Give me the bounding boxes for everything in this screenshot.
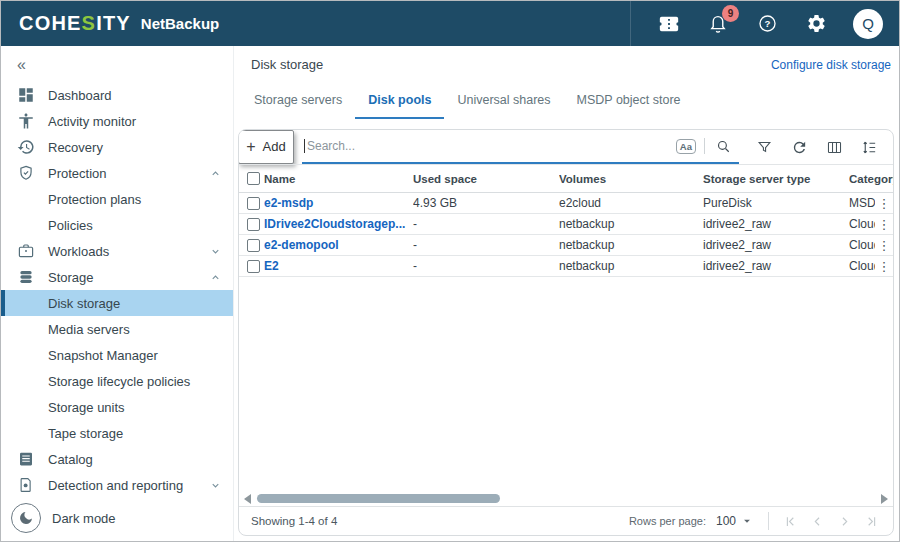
disk-pool-link[interactable]: IDrivee2Cloudstoragep... bbox=[264, 217, 405, 231]
columns-button[interactable] bbox=[824, 137, 844, 157]
column-header-volumes[interactable]: Volumes bbox=[559, 173, 703, 185]
sidebar-item-recovery[interactable]: Recovery bbox=[1, 134, 233, 160]
column-header-name[interactable]: Name bbox=[264, 173, 413, 185]
sidebar-item-media-servers[interactable]: Media servers bbox=[1, 316, 233, 342]
sidebar-item-disk-storage[interactable]: Disk storage bbox=[1, 290, 233, 316]
sidebar-item-label: Dashboard bbox=[48, 88, 112, 103]
sidebar-item-dashboard[interactable]: Dashboard bbox=[1, 82, 233, 108]
table-empty-space bbox=[239, 277, 893, 491]
sidebar-item-label: Activity monitor bbox=[48, 114, 136, 129]
notifications-button[interactable]: 9 bbox=[706, 12, 730, 36]
add-button-label: Add bbox=[263, 139, 286, 154]
refresh-icon bbox=[791, 139, 808, 156]
filter-button[interactable] bbox=[754, 137, 774, 157]
tab-storage-servers[interactable]: Storage servers bbox=[241, 93, 355, 119]
sidebar-item-workloads[interactable]: Workloads bbox=[1, 238, 233, 264]
last-page-button[interactable] bbox=[858, 511, 885, 531]
disk-pools-card: + Add Aa bbox=[238, 129, 894, 536]
scroll-right-arrow[interactable] bbox=[881, 494, 888, 504]
dark-mode-toggle[interactable]: Dark mode bbox=[11, 503, 116, 533]
first-page-button[interactable] bbox=[777, 511, 804, 531]
sidebar-item-snapshot-manager[interactable]: Snapshot Manager bbox=[1, 342, 233, 368]
sidebar-item-label: Workloads bbox=[48, 244, 109, 259]
dropdown-caret-icon[interactable] bbox=[740, 514, 754, 528]
table-row: e2-demopool - netbackup idrivee2_raw Clo… bbox=[239, 235, 893, 256]
density-button[interactable] bbox=[859, 137, 879, 157]
refresh-button[interactable] bbox=[789, 137, 809, 157]
license-ticket-icon[interactable] bbox=[657, 12, 681, 36]
cell-category: Cloud bbox=[849, 259, 875, 273]
disk-pool-link[interactable]: e2-msdp bbox=[264, 196, 313, 210]
table-row: E2 - netbackup idrivee2_raw Cloud ⋮ bbox=[239, 256, 893, 277]
sidebar-item-label: Protection plans bbox=[48, 192, 141, 207]
filter-funnel-icon bbox=[756, 139, 773, 156]
select-all-checkbox[interactable] bbox=[247, 172, 260, 185]
sidebar-item-activity-monitor[interactable]: Activity monitor bbox=[1, 108, 233, 134]
row-actions-kebab[interactable]: ⋮ bbox=[875, 239, 893, 252]
user-avatar[interactable]: Q bbox=[853, 9, 883, 39]
scrollbar-track[interactable] bbox=[255, 494, 877, 503]
sidebar-item-storage[interactable]: Storage bbox=[1, 264, 233, 290]
tab-universal-shares[interactable]: Universal shares bbox=[444, 93, 563, 119]
column-header-used-space[interactable]: Used space bbox=[413, 173, 559, 185]
scrollbar-thumb[interactable] bbox=[257, 494, 500, 503]
chevron-up-icon bbox=[210, 168, 221, 179]
tab-msdp-object-store[interactable]: MSDP object store bbox=[564, 93, 694, 119]
brand-logo: COHESITY NetBackup bbox=[19, 12, 219, 35]
row-checkbox[interactable] bbox=[247, 239, 260, 252]
chevron-down-icon bbox=[210, 246, 221, 257]
logo-text-suffix: ITY bbox=[96, 12, 131, 34]
sidebar-item-storage-lifecycle-policies[interactable]: Storage lifecycle policies bbox=[1, 368, 233, 394]
activity-monitor-icon bbox=[17, 112, 35, 130]
storage-database-icon bbox=[17, 268, 35, 286]
cell-volumes: netbackup bbox=[559, 217, 703, 231]
sidebar-item-protection-plans[interactable]: Protection plans bbox=[1, 186, 233, 212]
cell-volumes: netbackup bbox=[559, 238, 703, 252]
horizontal-scrollbar bbox=[239, 491, 893, 506]
sidebar-item-label: Storage lifecycle policies bbox=[48, 374, 190, 389]
next-page-button[interactable] bbox=[831, 511, 858, 531]
top-header: COHESITY NetBackup 9 ? Q bbox=[1, 1, 899, 46]
disk-pool-link[interactable]: E2 bbox=[264, 259, 279, 273]
sidebar-item-label: Catalog bbox=[48, 452, 93, 467]
rows-per-page-select[interactable]: 100 bbox=[716, 514, 736, 528]
sidebar-item-label: Tape storage bbox=[48, 426, 123, 441]
row-actions-kebab[interactable]: ⋮ bbox=[875, 218, 893, 231]
app-window: COHESITY NetBackup 9 ? Q « bbox=[0, 0, 900, 542]
sidebar-item-policies[interactable]: Policies bbox=[1, 212, 233, 238]
search-button[interactable] bbox=[713, 136, 733, 156]
scroll-left-arrow[interactable] bbox=[244, 494, 251, 504]
sidebar-item-storage-units[interactable]: Storage units bbox=[1, 394, 233, 420]
notification-badge: 9 bbox=[722, 5, 739, 22]
search-input[interactable] bbox=[305, 139, 676, 153]
last-page-icon bbox=[864, 514, 879, 529]
line-spacing-icon bbox=[861, 139, 878, 156]
workloads-briefcase-icon bbox=[17, 242, 35, 260]
disk-pool-link[interactable]: e2-demopool bbox=[264, 238, 339, 252]
row-checkbox[interactable] bbox=[247, 197, 260, 210]
catalog-book-icon bbox=[17, 450, 35, 468]
help-button[interactable]: ? bbox=[755, 12, 779, 36]
sidebar-collapse-button[interactable]: « bbox=[1, 52, 233, 82]
add-button[interactable]: + Add bbox=[238, 130, 294, 164]
row-checkbox[interactable] bbox=[247, 218, 260, 231]
configure-disk-storage-link[interactable]: Configure disk storage bbox=[771, 58, 891, 72]
match-case-toggle[interactable]: Aa bbox=[676, 139, 696, 154]
page-title: Disk storage bbox=[251, 57, 323, 72]
row-actions-kebab[interactable]: ⋮ bbox=[875, 260, 893, 273]
previous-page-button[interactable] bbox=[804, 511, 831, 531]
cell-category: Cloud bbox=[849, 238, 875, 252]
columns-icon bbox=[826, 139, 843, 156]
sidebar-item-catalog[interactable]: Catalog bbox=[1, 446, 233, 472]
help-icon: ? bbox=[757, 13, 778, 34]
column-header-category[interactable]: Category bbox=[849, 173, 893, 185]
row-checkbox[interactable] bbox=[247, 260, 260, 273]
sidebar-item-detection-and-reporting[interactable]: Detection and reporting bbox=[1, 472, 233, 498]
column-header-storage-server-type[interactable]: Storage server type bbox=[703, 173, 849, 185]
row-actions-kebab[interactable]: ⋮ bbox=[875, 197, 893, 210]
tab-disk-pools[interactable]: Disk pools bbox=[355, 93, 444, 119]
settings-button[interactable] bbox=[804, 12, 828, 36]
sidebar-item-tape-storage[interactable]: Tape storage bbox=[1, 420, 233, 446]
sidebar-item-label: Media servers bbox=[48, 322, 130, 337]
sidebar-item-protection[interactable]: Protection bbox=[1, 160, 233, 186]
